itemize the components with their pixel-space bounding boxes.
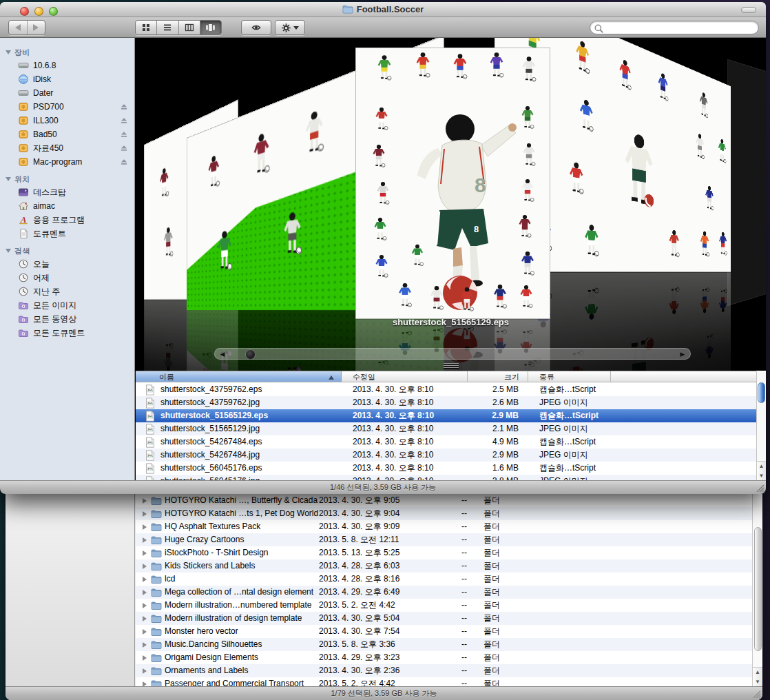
folder-proxy-icon[interactable]: [342, 5, 353, 14]
eject-icon[interactable]: [119, 102, 129, 112]
icon-view-button[interactable]: [136, 21, 157, 34]
scroll-up-icon[interactable]: ▲: [757, 462, 766, 471]
sidebar-item-mac-program[interactable]: Mac-program: [0, 155, 134, 169]
disclosure-triangle-icon[interactable]: [143, 511, 147, 517]
sidebar-item-모든-이미지[interactable]: 모든 이미지: [0, 298, 134, 312]
column-header-name[interactable]: 이름: [136, 371, 342, 382]
search-field[interactable]: [590, 21, 759, 34]
sidebar-item-모든-도큐멘트[interactable]: 모든 도큐멘트: [0, 326, 134, 340]
disclosure-triangle-icon[interactable]: [143, 603, 147, 608]
table-row[interactable]: HOTGYRO Katachi …, Butterfly & Cicada 20…: [136, 494, 752, 507]
sidebar-item-지난-주[interactable]: 지난 주: [0, 285, 134, 298]
sidebar-section-header[interactable]: 위치: [0, 173, 134, 185]
sidebar-item-aimac[interactable]: aimac: [0, 199, 134, 213]
table-row[interactable]: shutterstock_54267484.eps 2013. 4. 30. 오…: [136, 435, 756, 449]
table-row[interactable]: shutterstock_51565129.eps 2013. 4. 30. 오…: [136, 409, 756, 422]
action-menu-button[interactable]: [275, 20, 305, 35]
table-row[interactable]: iStockPhoto - T-Shirt Design 2013. 5. 13…: [136, 546, 752, 559]
resize-grip-icon[interactable]: [755, 483, 764, 493]
eject-icon[interactable]: [119, 130, 129, 139]
pane-resize-handle[interactable]: [444, 362, 459, 369]
table-row[interactable]: shutterstock_43759762.eps 2013. 4. 30. 오…: [136, 383, 756, 396]
background-scrollbar[interactable]: ▲ ▼: [752, 494, 762, 686]
disclosure-triangle-icon[interactable]: [143, 577, 147, 582]
table-row[interactable]: Monster hero vector 2013. 4. 30. 오후 7:54…: [136, 625, 752, 638]
disclosure-triangle-icon[interactable]: [143, 564, 147, 569]
sidebar-item-모든-동영상[interactable]: 모든 동영상: [0, 312, 134, 326]
sidebar-item-도큐멘트[interactable]: 도큐멘트: [0, 227, 134, 240]
sidebar-item-idisk[interactable]: iDisk: [0, 72, 134, 86]
cover-flow-scrubber[interactable]: ◀ ▶: [214, 348, 691, 360]
table-row[interactable]: Modern illustration…numbered template 20…: [136, 599, 752, 612]
table-row[interactable]: shutterstock_56045176.eps 2013. 4. 30. 오…: [136, 462, 756, 475]
table-row[interactable]: Origami Design Elements 2013. 4. 29. 오후 …: [136, 651, 752, 664]
list-view-button[interactable]: [157, 21, 178, 34]
disclosure-triangle-icon[interactable]: [143, 668, 147, 674]
disclosure-triangle-icon[interactable]: [143, 550, 147, 556]
sidebar-section-header[interactable]: 검색: [0, 245, 134, 257]
column-header-size[interactable]: 크기: [468, 371, 528, 382]
scroll-down-icon[interactable]: ▼: [757, 471, 766, 481]
disclosure-triangle-icon[interactable]: [143, 524, 147, 530]
sidebar-item-어제[interactable]: 어제: [0, 271, 134, 285]
table-row[interactable]: shutterstock_56045176.jpg 2013. 4. 30. 오…: [136, 475, 756, 480]
scroll-up-icon[interactable]: ▲: [753, 668, 762, 677]
table-row[interactable]: lcd 2013. 4. 28. 오후 8:16 -- 폴더: [136, 573, 752, 586]
background-finder-window[interactable]: HOTGYRO Katachi …, Butterfly & Cicada 20…: [6, 477, 762, 700]
eject-icon[interactable]: [119, 157, 129, 167]
list-scrollbar-knob[interactable]: [758, 382, 765, 403]
forward-button[interactable]: [28, 21, 45, 34]
sidebar-section-header[interactable]: 장비: [0, 46, 134, 59]
list-scrollbar-arrows[interactable]: ▲ ▼: [757, 461, 766, 480]
column-header-date[interactable]: 수정일: [342, 371, 468, 382]
back-button[interactable]: [9, 21, 28, 34]
table-row[interactable]: Huge Crazy Cartoons 2013. 5. 8. 오전 12:11…: [136, 533, 752, 546]
sidebar-item-오늘[interactable]: 오늘: [0, 257, 134, 271]
sidebar-item-응용-프로그램[interactable]: A 응용 프로그램: [0, 213, 134, 227]
sidebar-item-ill300[interactable]: ILL300: [0, 114, 134, 127]
scroll-down-icon[interactable]: ▼: [753, 677, 762, 687]
table-row[interactable]: Mega collection of …ntal design element …: [136, 586, 752, 599]
table-row[interactable]: HOTGYRO Katachi …ts 1, Pet Dog World 201…: [136, 507, 752, 520]
background-scrollbar-arrows[interactable]: ▲ ▼: [753, 667, 762, 686]
table-row[interactable]: shutterstock_51565129.jpg 2013. 4. 30. 오…: [136, 422, 756, 435]
coverflow-view-button[interactable]: [200, 21, 221, 34]
sidebar-item-데스크탑[interactable]: 데스크탑: [0, 185, 134, 199]
disclosure-triangle-icon[interactable]: [143, 616, 147, 621]
table-row[interactable]: Modern illustration of design template 2…: [136, 612, 752, 625]
list-scrollbar[interactable]: ▲ ▼: [756, 371, 766, 480]
eject-icon[interactable]: [119, 143, 129, 153]
sidebar-item-psd700[interactable]: PSD700: [0, 100, 134, 114]
scrub-right-icon[interactable]: ▶: [678, 350, 687, 358]
disclosure-triangle-icon[interactable]: [143, 655, 147, 661]
table-row[interactable]: shutterstock_54267484.jpg 2013. 4. 30. 오…: [136, 449, 756, 462]
eject-icon[interactable]: [119, 116, 129, 125]
scrub-knob[interactable]: [245, 349, 256, 360]
disclosure-triangle-icon[interactable]: [143, 642, 147, 648]
table-row[interactable]: Passenger and Commercial Transport 2013.…: [136, 677, 752, 686]
table-row[interactable]: shutterstock_43759762.jpg 2013. 4. 30. 오…: [136, 396, 756, 409]
disclosure-triangle-icon[interactable]: [143, 537, 147, 543]
sidebar-item-자료450[interactable]: 자료450: [0, 141, 134, 155]
disclosure-triangle-icon[interactable]: [143, 498, 147, 504]
background-scrollbar-knob[interactable]: [754, 527, 762, 651]
title-bar[interactable]: Football.Soccer: [0, 2, 766, 17]
scrub-left-icon[interactable]: ◀: [218, 350, 227, 358]
cover-flow-area[interactable]: shutterstock_51565129.eps ◀ ▶ 8888: [136, 38, 766, 371]
resize-grip-icon[interactable]: [751, 689, 761, 699]
sidebar-item-dater[interactable]: Dater: [0, 86, 134, 100]
table-row[interactable]: Ornaments and Labels 2013. 4. 30. 오후 2:3…: [136, 664, 752, 677]
sidebar-item-10.6.8[interactable]: 10.6.8: [0, 59, 134, 72]
search-input[interactable]: [607, 22, 754, 33]
disclosure-triangle-icon[interactable]: [143, 590, 147, 595]
toolbar-toggle-button[interactable]: [741, 7, 756, 13]
disclosure-triangle-icon[interactable]: [143, 629, 147, 635]
sidebar-item-bad50[interactable]: Bad50: [0, 127, 134, 141]
table-row[interactable]: Music.Dancing Silhouettes 2013. 5. 8. 오후…: [136, 638, 752, 651]
table-row[interactable]: Kids Stickers and Labels 2013. 4. 28. 오후…: [136, 559, 752, 573]
cover-flow-item-far-right[interactable]: [727, 59, 766, 307]
quick-look-button[interactable]: [241, 20, 271, 35]
disclosure-triangle-icon[interactable]: [143, 681, 147, 687]
table-row[interactable]: HQ Asphalt Textures Pack 2013. 4. 30. 오후…: [136, 520, 752, 533]
column-view-button[interactable]: [179, 21, 200, 34]
